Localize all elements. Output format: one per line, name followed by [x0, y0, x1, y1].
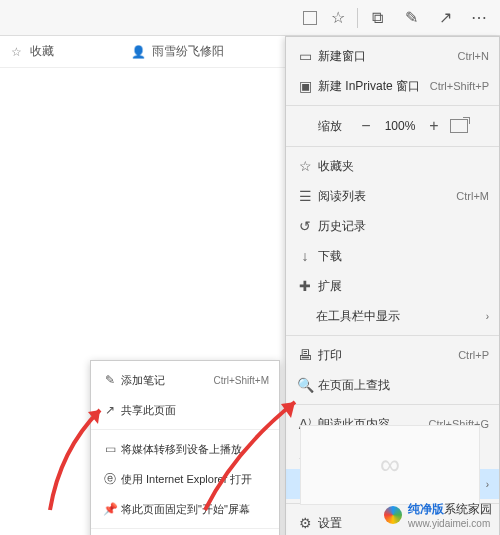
menu-shortcut: Ctrl+Shift+P: [430, 80, 489, 92]
menu-separator: [286, 105, 499, 106]
zoom-label: 缩放: [294, 118, 354, 135]
watermark-url: www.yidaimei.com: [408, 518, 492, 529]
inprivate-icon: ▣: [294, 78, 316, 94]
submenu-share-page[interactable]: ↗ 共享此页面: [91, 395, 279, 425]
cast-icon: ▭: [99, 442, 121, 456]
person-icon: 👤: [130, 45, 146, 59]
submenu-open-ie[interactable]: ⓔ 使用 Internet Explorer 打开: [91, 464, 279, 494]
menu-history[interactable]: ↺ 历史记录: [286, 211, 499, 241]
menu-zoom: 缩放 − 100% +: [286, 110, 499, 142]
zoom-out-button[interactable]: −: [354, 117, 378, 135]
window-icon: ▭: [294, 48, 316, 64]
favorites-label: 收藏: [30, 43, 54, 60]
menu-label: 在工具栏中显示: [294, 308, 486, 325]
submenu-pin-start[interactable]: 📌 将此页面固定到"开始"屏幕: [91, 494, 279, 524]
menu-label: 历史记录: [316, 218, 489, 235]
menu-label: 共享此页面: [121, 403, 269, 418]
watermark-text: 纯净版系统家园 www.yidaimei.com: [408, 501, 492, 529]
menu-shortcut: Ctrl+P: [458, 349, 489, 361]
menu-separator: [91, 528, 279, 529]
page-preview: ∞: [300, 425, 480, 505]
menu-label: 新建窗口: [316, 48, 458, 65]
bookmark-label: 雨雪纷飞修阳: [152, 43, 224, 60]
menu-label: 添加笔记: [121, 373, 213, 388]
menu-shortcut: Ctrl+N: [458, 50, 489, 62]
menu-print[interactable]: 🖶 打印 Ctrl+P: [286, 340, 499, 370]
chevron-right-icon: ›: [486, 479, 489, 490]
menu-new-inprivate[interactable]: ▣ 新建 InPrivate 窗口 Ctrl+Shift+P: [286, 71, 499, 101]
menu-label: 扩展: [316, 278, 489, 295]
share-icon[interactable]: ↗: [428, 1, 462, 35]
menu-label: 打印: [316, 347, 458, 364]
menu-label: 将此页面固定到"开始"屏幕: [121, 502, 269, 517]
tab-indicator: [303, 11, 317, 25]
submenu-add-notes[interactable]: ✎ 添加笔记 Ctrl+Shift+M: [91, 365, 279, 395]
share-icon: ↗: [99, 403, 121, 417]
brand1: 纯净版: [408, 502, 444, 516]
fullscreen-button[interactable]: [450, 119, 468, 133]
print-icon: 🖶: [294, 347, 316, 363]
favorite-icon[interactable]: ☆: [321, 1, 355, 35]
menu-label: 阅读列表: [316, 188, 456, 205]
menu-show-in-toolbar[interactable]: 在工具栏中显示 ›: [286, 301, 499, 331]
notes-icon[interactable]: ✎: [394, 1, 428, 35]
gear-icon: ⚙: [294, 515, 316, 531]
menu-favorites[interactable]: ☆ 收藏夹: [286, 151, 499, 181]
list-icon: ☰: [294, 188, 316, 204]
menu-label: 收藏夹: [316, 158, 489, 175]
menu-downloads[interactable]: ↓ 下载: [286, 241, 499, 271]
pen-icon: ✎: [99, 373, 121, 387]
menu-label: 使用 Internet Explorer 打开: [121, 472, 269, 487]
favorites-button[interactable]: ☆ 收藏: [8, 43, 54, 60]
download-icon: ↓: [294, 248, 316, 264]
star-icon: ☆: [294, 158, 316, 174]
ie-icon: ⓔ: [99, 471, 121, 488]
star-icon: ☆: [8, 45, 24, 59]
divider: [357, 8, 358, 28]
reading-view-icon[interactable]: ⧉: [360, 1, 394, 35]
menu-separator: [286, 335, 499, 336]
menu-shortcut: Ctrl+M: [456, 190, 489, 202]
zoom-value: 100%: [378, 119, 422, 133]
logo-icon: [384, 506, 402, 524]
menu-new-window[interactable]: ▭ 新建窗口 Ctrl+N: [286, 41, 499, 71]
menu-label: 新建 InPrivate 窗口: [316, 78, 430, 95]
menu-reading-list[interactable]: ☰ 阅读列表 Ctrl+M: [286, 181, 499, 211]
menu-label: 在页面上查找: [316, 377, 489, 394]
brand2: 系统家园: [444, 502, 492, 516]
zoom-in-button[interactable]: +: [422, 117, 446, 135]
menu-separator: [286, 146, 499, 147]
more-tools-submenu: ✎ 添加笔记 Ctrl+Shift+M ↗ 共享此页面 ▭ 将媒体转移到设备上播…: [90, 360, 280, 535]
menu-extensions[interactable]: ✚ 扩展: [286, 271, 499, 301]
menu-separator: [286, 404, 499, 405]
bookmark-item[interactable]: 👤 雨雪纷飞修阳: [130, 43, 224, 60]
menu-shortcut: Ctrl+Shift+M: [213, 375, 269, 386]
menu-label: 下载: [316, 248, 489, 265]
menu-separator: [91, 429, 279, 430]
search-icon: 🔍: [294, 377, 316, 393]
submenu-cast-media[interactable]: ▭ 将媒体转移到设备上播放: [91, 434, 279, 464]
extension-icon: ✚: [294, 278, 316, 294]
menu-icon[interactable]: ⋯: [462, 1, 496, 35]
history-icon: ↺: [294, 218, 316, 234]
menu-label: 将媒体转移到设备上播放: [121, 442, 269, 457]
watermark: 纯净版系统家园 www.yidaimei.com: [384, 501, 492, 529]
pin-icon: 📌: [99, 502, 121, 516]
menu-find[interactable]: 🔍 在页面上查找: [286, 370, 499, 400]
browser-toolbar: ☆ ⧉ ✎ ↗ ⋯: [0, 0, 500, 36]
chevron-right-icon: ›: [486, 311, 489, 322]
